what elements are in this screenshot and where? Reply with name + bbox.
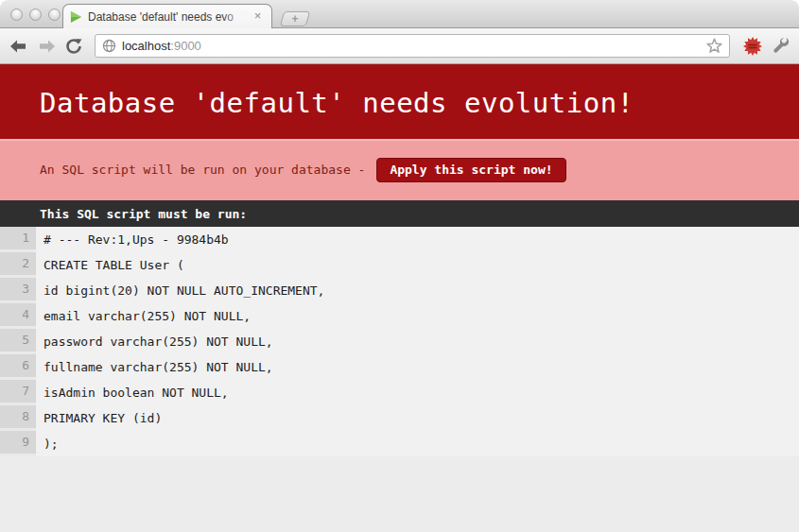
line-number: 5 — [0, 329, 36, 354]
reload-icon — [65, 38, 82, 55]
line-number: 6 — [0, 354, 36, 380]
code-line: 3 id bigint(20) NOT NULL AUTO_INCREMENT, — [0, 278, 799, 303]
tab-close-icon[interactable]: × — [251, 9, 265, 24]
code-line: 8 PRIMARY KEY (id) — [0, 405, 799, 431]
evolution-banner: An SQL script will be run on your databa… — [0, 139, 799, 200]
back-arrow-icon — [10, 40, 27, 53]
line-number: 3 — [0, 278, 36, 303]
window-controls — [10, 9, 61, 21]
script-header-bar: This SQL script must be run: — [0, 200, 799, 227]
line-text: PRIMARY KEY (id) — [36, 405, 799, 431]
new-tab-button[interactable]: + — [280, 11, 311, 26]
code-line: 9 ); — [0, 431, 799, 456]
code-line: 2 CREATE TABLE User ( — [0, 252, 799, 278]
page-content: Database 'default' needs evolution! An S… — [0, 64, 799, 532]
error-header: Database 'default' needs evolution! — [0, 64, 799, 139]
browser-toolbar: localhost:9000 — [0, 28, 799, 64]
browser-window: + Database 'default' needs evo × — [0, 0, 799, 532]
bookmark-star-icon[interactable] — [706, 38, 722, 54]
browser-tab[interactable]: Database 'default' needs evo × — [62, 4, 272, 28]
tab-strip: + Database 'default' needs evo × — [0, 0, 799, 28]
code-line: 1 # --- Rev:1,Ups - 9984b4b — [0, 227, 799, 252]
wrench-menu-button[interactable] — [770, 36, 790, 57]
globe-icon[interactable] — [102, 39, 116, 53]
code-line: 7 isAdmin boolean NOT NULL, — [0, 380, 799, 405]
line-text: isAdmin boolean NOT NULL, — [36, 380, 799, 405]
script-header-label: This SQL script must be run: — [40, 207, 247, 221]
forward-arrow-icon — [38, 40, 55, 53]
reload-button[interactable] — [63, 36, 84, 57]
apply-script-button[interactable]: Apply this script now! — [376, 158, 565, 182]
sql-script-block: 1 # --- Rev:1,Ups - 9984b4b 2 CREATE TAB… — [0, 227, 799, 456]
tab-title: Database 'default' needs evo — [88, 10, 247, 24]
back-button[interactable] — [9, 36, 29, 57]
line-text: ); — [36, 431, 799, 456]
wrench-icon — [772, 37, 790, 55]
line-text: CREATE TABLE User ( — [36, 252, 799, 278]
url-port: :9000 — [170, 39, 201, 53]
line-text: email varchar(255) NOT NULL, — [36, 303, 799, 329]
line-number: 1 — [0, 227, 36, 252]
line-text: password varchar(255) NOT NULL, — [36, 329, 799, 354]
forward-button[interactable] — [36, 36, 57, 57]
close-window-button[interactable] — [10, 9, 23, 21]
line-number: 9 — [0, 431, 36, 456]
minimize-window-button[interactable] — [29, 9, 42, 21]
line-number: 4 — [0, 303, 36, 329]
line-text: # --- Rev:1,Ups - 9984b4b — [36, 227, 799, 252]
line-text: fullname varchar(255) NOT NULL, — [36, 354, 799, 380]
address-bar[interactable]: localhost:9000 — [95, 34, 730, 58]
line-text: id bigint(20) NOT NULL AUTO_INCREMENT, — [36, 278, 799, 303]
code-line: 4 email varchar(255) NOT NULL, — [0, 303, 799, 329]
line-number: 7 — [0, 380, 36, 405]
extension-badge-icon — [743, 37, 762, 56]
extension-button[interactable] — [742, 36, 763, 57]
url-host: localhost — [122, 39, 170, 53]
zoom-window-button[interactable] — [48, 9, 61, 21]
url-text[interactable]: localhost:9000 — [122, 39, 201, 53]
page-title: Database 'default' needs evolution! — [0, 64, 799, 119]
line-number: 2 — [0, 252, 36, 278]
line-number: 8 — [0, 405, 36, 431]
code-line: 5 password varchar(255) NOT NULL, — [0, 329, 799, 354]
plus-icon: + — [283, 12, 307, 26]
banner-message: An SQL script will be run on your databa… — [40, 163, 365, 177]
code-line: 6 fullname varchar(255) NOT NULL, — [0, 354, 799, 380]
play-framework-favicon-icon — [70, 10, 82, 24]
